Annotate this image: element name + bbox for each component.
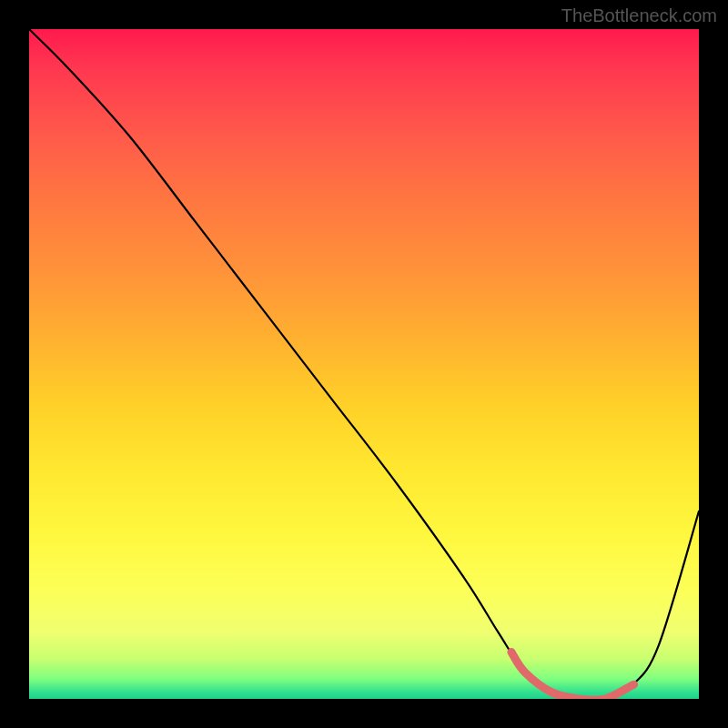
watermark-text: TheBottleneck.com [561, 5, 717, 26]
highlight-segment [511, 652, 634, 699]
chart-plot-area [29, 29, 699, 699]
chart-svg [29, 29, 699, 699]
bottleneck-curve-path [29, 29, 699, 699]
